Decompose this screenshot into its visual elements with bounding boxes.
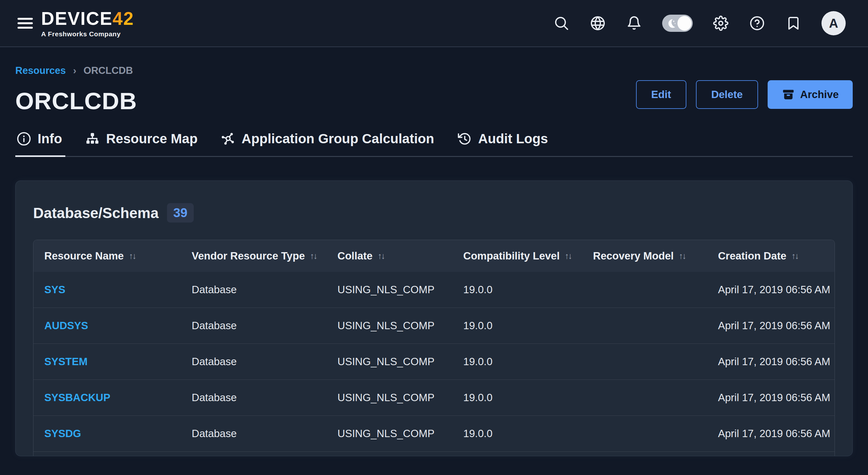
creation-date-cell: April 17, 2019 06:56 AM xyxy=(707,428,835,440)
vendor-resource-type-cell: Database xyxy=(181,428,327,440)
page-title: ORCLCDB xyxy=(15,87,137,114)
archive-icon xyxy=(782,88,795,101)
compatibility-level-cell: 19.0.0 xyxy=(453,392,582,404)
vendor-resource-type-cell: Database xyxy=(181,355,327,368)
info-circle-icon xyxy=(17,132,31,146)
edit-button[interactable]: Edit xyxy=(636,80,686,109)
globe-icon[interactable] xyxy=(589,15,606,32)
card-title: Database/Schema xyxy=(33,204,159,222)
creation-date-cell: April 17, 2019 06:56 AM xyxy=(707,284,835,296)
collate-cell: USING_NLS_COMP xyxy=(327,284,453,296)
resource-name-link[interactable]: SYSDG xyxy=(44,428,81,439)
partial-next-row xyxy=(33,451,835,456)
moon-icon xyxy=(665,17,677,30)
sort-icon[interactable]: ↑↓ xyxy=(129,251,135,261)
search-icon[interactable] xyxy=(553,15,570,32)
page-actions: Edit Delete Archive xyxy=(636,80,853,109)
column-header[interactable]: Vendor Resource Type ↑↓ xyxy=(181,250,327,262)
vendor-resource-type-cell: Database xyxy=(181,284,327,296)
sort-icon[interactable]: ↑↓ xyxy=(378,251,384,261)
tab-application-group-calculation[interactable]: Application Group Calculation xyxy=(219,129,437,157)
breadcrumb: Resources › ORCLCDB xyxy=(15,65,137,76)
collate-cell: USING_NLS_COMP xyxy=(327,392,453,404)
table-header-row: Resource Name ↑↓ Vendor Resource Type ↑↓… xyxy=(33,240,835,272)
column-header[interactable]: Resource Name ↑↓ xyxy=(33,250,181,262)
bookmark-icon[interactable] xyxy=(785,15,802,32)
delete-button[interactable]: Delete xyxy=(696,80,758,109)
tab-label: Info xyxy=(38,131,62,146)
count-badge: 39 xyxy=(167,203,194,223)
resource-name-link[interactable]: SYS xyxy=(44,284,65,296)
table-body: SYS Database USING_NLS_COMP 19.0.0 April… xyxy=(33,272,835,451)
column-header-label: Resource Name xyxy=(44,250,124,262)
user-avatar[interactable]: A xyxy=(822,11,846,35)
collate-cell: USING_NLS_COMP xyxy=(327,428,453,440)
column-header[interactable]: Collate ↑↓ xyxy=(327,250,453,262)
brand-logo[interactable]: DEVICE42 A Freshworks Company xyxy=(41,9,134,37)
table-row: SYSDG Database USING_NLS_COMP 19.0.0 Apr… xyxy=(33,415,835,451)
archive-button-label: Archive xyxy=(800,89,839,101)
compatibility-level-cell: 19.0.0 xyxy=(453,284,582,296)
vendor-resource-type-cell: Database xyxy=(181,392,327,404)
column-header-label: Vendor Resource Type xyxy=(192,250,305,262)
toggle-knob xyxy=(677,16,691,31)
sort-icon[interactable]: ↑↓ xyxy=(310,251,317,261)
table-row: SYSBACKUP Database USING_NLS_COMP 19.0.0… xyxy=(33,379,835,415)
column-header[interactable]: Creation Date ↑↓ xyxy=(707,250,835,262)
column-header[interactable]: Compatibility Level ↑↓ xyxy=(453,250,582,262)
table-row: AUDSYS Database USING_NLS_COMP 19.0.0 Ap… xyxy=(33,308,835,343)
compatibility-level-cell: 19.0.0 xyxy=(453,319,582,332)
tab-resource-map[interactable]: Resource Map xyxy=(84,129,201,157)
resources-table: Resource Name ↑↓ Vendor Resource Type ↑↓… xyxy=(33,240,835,456)
breadcrumb-separator: › xyxy=(73,65,76,76)
column-header-label: Recovery Model xyxy=(593,250,674,262)
resource-name-link[interactable]: SYSTEM xyxy=(44,355,88,367)
share-nodes-icon xyxy=(220,132,235,146)
sort-icon[interactable]: ↑↓ xyxy=(679,251,685,261)
sitemap-icon xyxy=(85,132,100,146)
table-row: SYS Database USING_NLS_COMP 19.0.0 April… xyxy=(33,272,835,308)
creation-date-cell: April 17, 2019 06:56 AM xyxy=(707,392,835,404)
vendor-resource-type-cell: Database xyxy=(181,319,327,332)
collate-cell: USING_NLS_COMP xyxy=(327,319,453,332)
creation-date-cell: April 17, 2019 06:56 AM xyxy=(707,355,835,368)
hamburger-menu-icon[interactable] xyxy=(18,18,33,29)
brand-tagline: A Freshworks Company xyxy=(41,31,134,37)
resource-name-link[interactable]: SYSBACKUP xyxy=(44,392,110,403)
tab-label: Resource Map xyxy=(106,131,197,146)
breadcrumb-resources-link[interactable]: Resources xyxy=(15,65,66,76)
resource-name-link[interactable]: AUDSYS xyxy=(44,319,88,331)
collate-cell: USING_NLS_COMP xyxy=(327,355,453,368)
column-header-label: Collate xyxy=(337,250,372,262)
column-header-label: Creation Date xyxy=(718,250,786,262)
column-header-label: Compatibility Level xyxy=(463,250,560,262)
creation-date-cell: April 17, 2019 06:56 AM xyxy=(707,319,835,332)
help-icon[interactable] xyxy=(749,15,765,32)
compatibility-level-cell: 19.0.0 xyxy=(453,355,582,368)
bell-icon[interactable] xyxy=(626,15,642,32)
gear-icon[interactable] xyxy=(713,15,729,32)
brand-name-main: DEVICE xyxy=(41,8,113,29)
tab-audit-logs[interactable]: Audit Logs xyxy=(456,129,551,157)
archive-button[interactable]: Archive xyxy=(768,80,853,109)
database-schema-card: Database/Schema 39 Resource Name ↑↓ Vend… xyxy=(15,180,853,456)
theme-toggle[interactable] xyxy=(662,15,693,32)
sort-icon[interactable]: ↑↓ xyxy=(565,251,571,261)
tab-label: Application Group Calculation xyxy=(242,131,434,146)
tab-label: Audit Logs xyxy=(478,131,548,146)
top-navbar: DEVICE42 A Freshworks Company xyxy=(0,0,868,47)
brand-name-accent: 42 xyxy=(113,8,134,29)
avatar-initial: A xyxy=(829,16,838,31)
main-content: Resources › ORCLCDB ORCLCDB Edit Delete … xyxy=(0,65,868,456)
column-header[interactable]: Recovery Model ↑↓ xyxy=(582,250,707,262)
breadcrumb-current: ORCLCDB xyxy=(84,65,133,76)
sort-icon[interactable]: ↑↓ xyxy=(792,251,798,261)
tab-info[interactable]: Info xyxy=(15,129,65,157)
tab-bar: Info Resource Map Appli xyxy=(15,129,853,157)
compatibility-level-cell: 19.0.0 xyxy=(453,428,582,440)
history-clock-icon xyxy=(457,132,472,146)
table-row: SYSTEM Database USING_NLS_COMP 19.0.0 Ap… xyxy=(33,343,835,379)
